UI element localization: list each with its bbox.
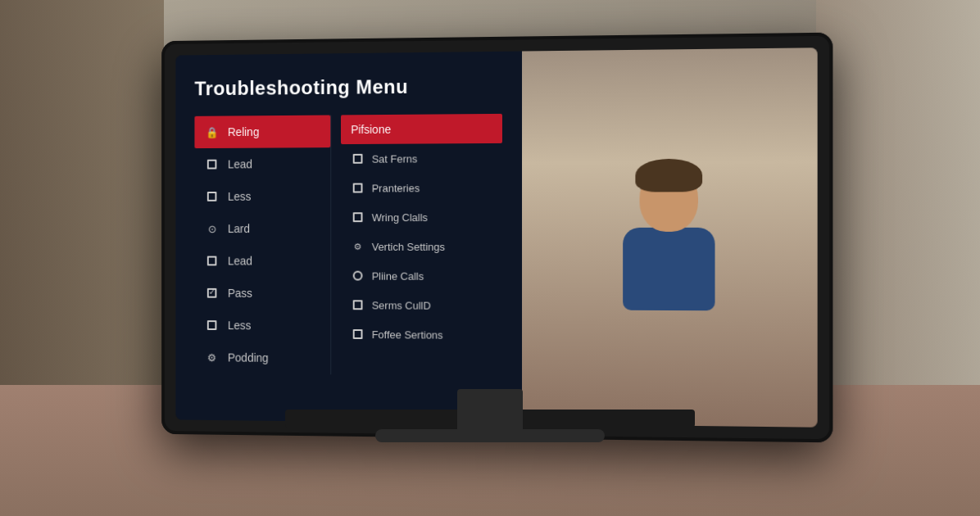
circle-icon-pliine — [351, 269, 365, 283]
pifsione-label: Pifsione — [351, 123, 391, 136]
reling-label: Reling — [228, 125, 259, 138]
sub-item-foffee-sertions[interactable]: Foffee Sertions — [341, 319, 502, 350]
serms-culid-label: Serms CullD — [372, 299, 431, 311]
tv-stand-base — [375, 429, 605, 442]
lead1-label: Lead — [228, 158, 252, 171]
sub-item-vertich-settings[interactable]: ⚙ Vertich Settings — [341, 232, 502, 261]
person-head — [639, 165, 698, 231]
wring-clalls-label: Wring Clalls — [372, 211, 428, 224]
menu-columns: 🔒 Reling Lead Less ⊙ Lard — [194, 114, 502, 376]
box-icon-less2 — [204, 317, 220, 333]
vertich-settings-label: Vertich Settings — [372, 240, 445, 252]
circle-dot-icon-lard: ⊙ — [204, 220, 220, 237]
sat-ferns-label: Sat Ferns — [372, 152, 418, 165]
foffee-sertions-label: Foffee Sertions — [372, 328, 443, 341]
box-icon-sat-ferns — [351, 152, 365, 166]
menu-item-pass[interactable]: Pass — [194, 277, 330, 310]
tv-unit: Troubleshooting Menu 🔒 Reling Lead — [161, 33, 833, 443]
lard-label: Lard — [228, 222, 250, 235]
less2-label: Less — [228, 319, 252, 332]
lead2-label: Lead — [228, 255, 252, 268]
person-hair — [635, 158, 702, 192]
sub-item-serms-culid[interactable]: Serms CullD — [341, 290, 502, 320]
box-icon-lead1 — [204, 156, 220, 173]
video-panel — [522, 48, 817, 428]
video-person-container — [522, 48, 817, 428]
sub-item-wring-clalls[interactable]: Wring Clalls — [341, 202, 502, 232]
gear-icon-vertich: ⚙ — [351, 239, 365, 254]
podding-label: Podding — [228, 351, 269, 364]
menu-item-lead2[interactable]: Lead — [194, 245, 330, 278]
pliine-calls-label: Pliine Calls — [372, 269, 424, 282]
pranteries-label: Pranteries — [372, 182, 420, 194]
box-icon-lead2 — [204, 253, 220, 269]
box-icon-serms — [351, 297, 365, 312]
lock-icon: 🔒 — [204, 124, 220, 140]
menu-item-podding[interactable]: ⚙ Podding — [194, 342, 330, 375]
sub-item-pliine-calls[interactable]: Pliine Calls — [341, 261, 502, 291]
person-figure — [623, 165, 715, 310]
person-body — [623, 227, 715, 310]
tv-screen: Troubleshooting Menu 🔒 Reling Lead — [175, 48, 817, 428]
right-column: Pifsione Sat Ferns Pranteries Wring Clal… — [332, 114, 502, 376]
menu-item-lard[interactable]: ⊙ Lard — [194, 212, 330, 245]
less1-label: Less — [228, 190, 252, 203]
menu-item-less2[interactable]: Less — [194, 309, 330, 342]
sub-item-sat-ferns[interactable]: Sat Ferns — [341, 143, 502, 174]
sub-item-pifsione[interactable]: Pifsione — [341, 114, 502, 144]
box-icon-wring-clalls — [351, 210, 365, 224]
menu-title: Troubleshooting Menu — [194, 75, 502, 100]
box-icon-less1 — [204, 188, 220, 205]
box-icon-pranteries — [351, 181, 365, 196]
menu-item-lead1[interactable]: Lead — [194, 147, 330, 180]
pass-label: Pass — [228, 287, 252, 300]
gear-icon-podding: ⚙ — [204, 349, 220, 365]
menu-panel: Troubleshooting Menu 🔒 Reling Lead — [175, 52, 522, 424]
check-box-icon-pass — [204, 285, 220, 301]
box-icon-foffee — [351, 327, 365, 342]
sub-item-pranteries[interactable]: Pranteries — [341, 173, 502, 202]
menu-item-less1[interactable]: Less — [194, 180, 330, 213]
menu-item-reling[interactable]: 🔒 Reling — [194, 115, 330, 149]
left-column: 🔒 Reling Lead Less ⊙ Lard — [194, 115, 331, 375]
